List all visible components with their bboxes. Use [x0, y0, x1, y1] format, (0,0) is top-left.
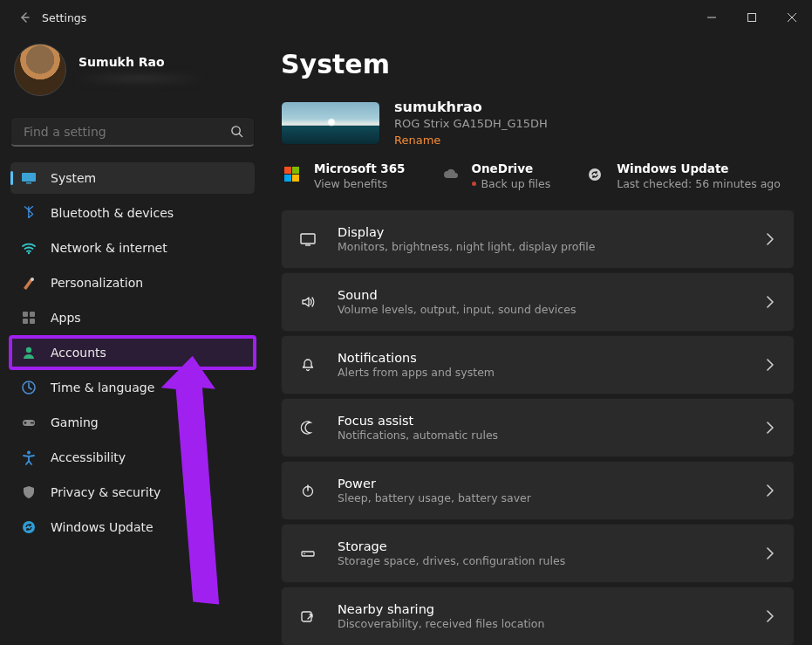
svg-rect-0 [748, 14, 756, 22]
svg-rect-19 [284, 175, 291, 182]
card-title: Nearby sharing [338, 602, 544, 616]
sidebar-item-label: Windows Update [51, 520, 154, 534]
window-title: Settings [42, 11, 86, 24]
monitor-icon [21, 170, 37, 186]
back-button[interactable] [7, 10, 42, 24]
quick-subtitle: Last checked: 56 minutes ago [617, 177, 781, 190]
quick-onedrive[interactable]: OneDriveBack up files [439, 161, 551, 190]
sidebar-nav: SystemBluetooth & devicesNetwork & inter… [10, 162, 255, 543]
rename-link[interactable]: Rename [394, 134, 440, 147]
titlebar: Settings [0, 0, 812, 35]
svg-rect-6 [23, 312, 28, 317]
device-name: sumukhrao [394, 99, 548, 115]
minimize-button[interactable] [692, 3, 732, 31]
user-name: Sumukh Rao [78, 55, 201, 69]
card-title: Focus assist [338, 414, 498, 428]
sidebar-item-label: Gaming [51, 415, 99, 429]
quick-title: Microsoft 365 [314, 161, 406, 175]
close-button[interactable] [772, 3, 812, 31]
card-title: Storage [338, 539, 565, 553]
sidebar-item-network-internet[interactable]: Network & internet [10, 232, 255, 264]
sidebar-item-label: Network & internet [51, 241, 167, 255]
card-focus-assist[interactable]: Focus assistNotifications, automatic rul… [281, 398, 795, 457]
svg-rect-3 [26, 182, 31, 184]
card-subtitle: Volume levels, output, input, sound devi… [338, 303, 576, 316]
maximize-icon [747, 13, 756, 22]
chevron-right-icon [762, 294, 778, 310]
svg-rect-20 [292, 175, 299, 182]
sidebar-item-windows-update[interactable]: Windows Update [10, 511, 255, 543]
sidebar: Sumukh Rao SystemBluetooth & devicesNetw… [10, 35, 265, 645]
card-nearby-sharing[interactable]: Nearby sharingDiscoverability, received … [281, 587, 795, 645]
sidebar-item-gaming[interactable]: Gaming [10, 407, 255, 438]
card-sound[interactable]: SoundVolume levels, output, input, sound… [281, 272, 795, 332]
update-icon [21, 519, 37, 535]
attention-dot-icon [472, 182, 476, 186]
card-subtitle: Notifications, automatic rules [338, 429, 498, 442]
bell-icon [297, 354, 318, 375]
grid-icon [21, 310, 37, 326]
card-subtitle: Discoverability, received files location [338, 617, 544, 630]
sidebar-item-time-language[interactable]: Time & language [10, 372, 255, 403]
device-model: ROG Strix GA15DH_G15DH [394, 117, 548, 130]
chevron-right-icon [762, 231, 778, 247]
quick-windows-update[interactable]: Windows UpdateLast checked: 56 minutes a… [583, 161, 781, 190]
sidebar-item-accessibility[interactable]: Accessibility [10, 442, 255, 473]
settings-card-list: DisplayMonitors, brightness, night light… [281, 209, 795, 645]
sidebar-item-bluetooth-devices[interactable]: Bluetooth & devices [10, 197, 255, 229]
card-title: Display [338, 225, 595, 239]
gamepad-icon [21, 415, 37, 430]
sidebar-item-personalization[interactable]: Personalization [10, 267, 255, 298]
brush-icon [21, 275, 37, 291]
svg-point-16 [23, 521, 35, 533]
svg-rect-8 [23, 319, 28, 324]
sidebar-item-label: Bluetooth & devices [51, 206, 174, 220]
cloud-icon [439, 163, 461, 186]
quick-microsoft-365[interactable]: Microsoft 365View benefits [281, 161, 406, 190]
power-icon [297, 480, 318, 501]
svg-rect-17 [284, 167, 291, 174]
svg-rect-9 [30, 319, 35, 324]
svg-rect-18 [292, 167, 299, 174]
sidebar-item-system[interactable]: System [10, 162, 255, 194]
moon-icon [297, 417, 318, 438]
quick-status-row: Microsoft 365View benefitsOneDriveBack u… [281, 161, 795, 190]
chevron-right-icon [762, 483, 778, 498]
card-notifications[interactable]: NotificationsAlerts from apps and system [281, 335, 795, 395]
sidebar-item-label: Privacy & security [51, 485, 160, 499]
sidebar-item-label: Personalization [51, 276, 143, 290]
sound-icon [297, 292, 318, 312]
sidebar-item-accounts[interactable]: Accounts [10, 337, 255, 368]
sidebar-item-apps[interactable]: Apps [10, 302, 255, 333]
svg-rect-24 [302, 552, 314, 556]
quick-title: OneDrive [472, 161, 551, 175]
device-summary: sumukhrao ROG Strix GA15DH_G15DH Rename [281, 99, 795, 148]
svg-point-4 [28, 252, 30, 254]
chevron-right-icon [762, 546, 778, 561]
sidebar-item-label: Apps [51, 311, 81, 325]
svg-point-14 [32, 422, 34, 424]
quick-subtitle: Back up files [472, 177, 551, 190]
chevron-right-icon [762, 357, 778, 373]
shield-icon [21, 484, 37, 500]
clock-globe-icon [21, 380, 37, 395]
display-icon [297, 229, 318, 250]
user-header[interactable]: Sumukh Rao [10, 35, 255, 117]
close-icon [788, 13, 796, 22]
svg-point-15 [27, 451, 31, 455]
card-title: Power [338, 477, 531, 491]
search-input[interactable] [22, 124, 222, 140]
card-storage[interactable]: StorageStorage space, drives, configurat… [281, 524, 795, 583]
card-subtitle: Storage space, drives, configuration rul… [338, 554, 565, 567]
sidebar-item-privacy-security[interactable]: Privacy & security [10, 477, 255, 508]
card-display[interactable]: DisplayMonitors, brightness, night light… [281, 209, 795, 269]
storage-icon [297, 543, 318, 564]
maximize-button[interactable] [732, 3, 772, 31]
minimize-icon [707, 13, 716, 22]
card-power[interactable]: PowerSleep, battery usage, battery saver [281, 461, 795, 520]
quick-title: Windows Update [617, 161, 781, 175]
chevron-right-icon [762, 608, 778, 624]
search-box[interactable] [10, 117, 255, 147]
sidebar-item-label: Accessibility [51, 450, 126, 464]
svg-point-5 [31, 278, 34, 281]
